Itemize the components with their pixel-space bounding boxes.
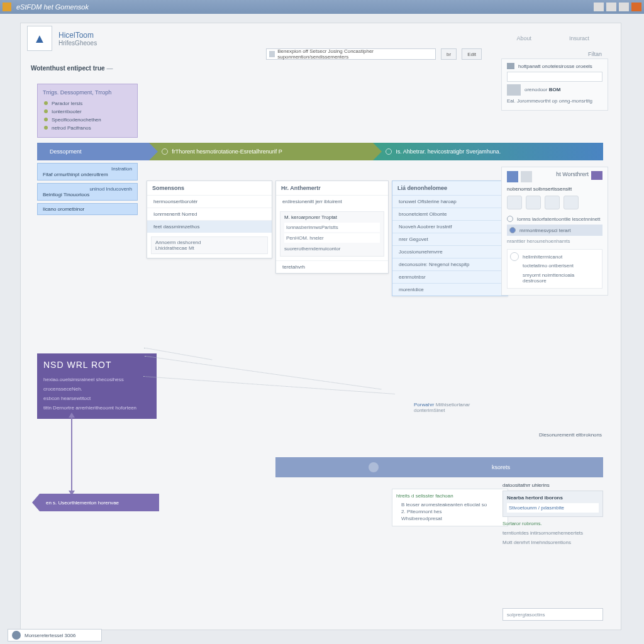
tab-about[interactable]: About — [516, 35, 531, 42]
minimize-button[interactable] — [606, 3, 616, 11]
chevron-stage-2[interactable]: frThorent hesmotirotatione-Esretalhrenur… — [149, 143, 373, 160]
panel-footer: teretahvrh — [276, 260, 388, 273]
window-button-1[interactable] — [594, 3, 604, 11]
purple-line: crocensseceNeh. — [43, 384, 150, 394]
panel-title: Hr. Anthemertr — [276, 181, 388, 195]
purple-info-card: NSD WRL ROT hexiao.ouelsimsraineel sheco… — [37, 353, 157, 419]
note-footer: Sortaror robroms. — [502, 521, 603, 526]
right-panel-head: hottpanatt onotelesirosse oroeels — [507, 63, 602, 69]
right-panel-subtitle: nobenomst solbnsertissensitt — [507, 186, 602, 192]
app-subtitle: HrifesGheoes — [58, 40, 97, 47]
header-tabs: About Insuract — [516, 35, 589, 42]
breadcrumb-dash: — — [106, 65, 113, 72]
tool-purple-icon[interactable] — [591, 171, 602, 180]
sub-card: helimhiterrnicanot toctetatimo ontberise… — [507, 249, 602, 289]
app-title-block: HicelToom HrifesGheoes — [58, 31, 97, 47]
list-item[interactable]: Nooveh Aoobrer Irostntf — [392, 220, 508, 233]
window-buttons — [594, 3, 641, 11]
purple-line: esbcon hearsewtitoct — [43, 394, 150, 403]
panel-title: Somensons — [147, 181, 272, 195]
tool-row — [507, 196, 602, 209]
note-box-green: htreits d selisster fachoan B leoser aro… — [392, 489, 508, 526]
note-line: B leoser aromesteakeanten etiociat so — [396, 501, 504, 508]
tool-gray-icon[interactable] — [521, 171, 532, 182]
tab-insuract[interactable]: Insuract — [569, 35, 589, 42]
list-item[interactable]: morentdice — [392, 283, 508, 296]
maximize-button[interactable] — [619, 3, 629, 11]
search-placeholder: Benexpion off Setsecr Josing Concastiphe… — [277, 48, 433, 60]
purple-line: tittn Dernortre arrerhieritheoomt hofort… — [43, 403, 150, 413]
side-card[interactable]: InstrationFitaf ormurthinpt onderottrem — [37, 163, 138, 180]
tool-icon[interactable] — [564, 196, 579, 209]
radio-icon — [507, 216, 513, 222]
app-title: HicelToom — [58, 31, 97, 40]
tool-icon[interactable] — [507, 196, 522, 209]
list-item[interactable]: feet dassminnzethos — [147, 220, 272, 233]
filter-link[interactable]: Filtan — [588, 51, 602, 57]
window-title: eStFDM het Gomensok — [16, 3, 89, 11]
avatar-icon — [510, 252, 519, 261]
note-line: 2. Piteomnont hes — [396, 508, 504, 515]
breadcrumb-text: Wotenthust entipect true — [31, 65, 105, 72]
right-panel-tools: ht Worsthrert nobenomst solbnsertissensi… — [501, 167, 608, 296]
note-title: datoositathrr uhlerins — [502, 482, 603, 488]
list-item[interactable]: tonowel Oftsterine haroap — [392, 195, 508, 208]
close-button[interactable] — [631, 3, 641, 11]
main-canvas: ▲ HicelToom HrifesGheoes About Insuract … — [20, 23, 621, 630]
right-panel-title: ht Worsthrert — [556, 171, 589, 182]
purple-title: NSD WRL ROT — [43, 360, 150, 370]
side-card[interactable]: uninod InducovenhBeintiogi Tinouorioos — [37, 183, 138, 201]
thumbnail-icon — [507, 84, 521, 96]
panel-title: Liá denonhelomee — [392, 181, 508, 195]
footer-input[interactable]: solprergtasoctins — [502, 608, 603, 621]
search-input[interactable]: Benexpion off Setsecr Josing Concastiphe… — [266, 48, 436, 60]
note-line: Whsibereodpresat — [396, 515, 504, 522]
list-item[interactable]: hermoonsertborotér — [147, 195, 272, 208]
side-card[interactable]: Iicano orometbinor — [37, 203, 138, 215]
panel-denonhelomee: Liá denonhelomee tonowel Oftsterine haro… — [392, 180, 508, 296]
chevron-stage-3[interactable]: Is. Ahbetrar. hevicostratigbr Sverjamhun… — [373, 143, 603, 160]
blue-action-bar[interactable]: ksorets — [275, 457, 603, 477]
float-label: Diesonurementt eltbroknons — [539, 432, 602, 438]
tool-icon[interactable] — [545, 196, 560, 209]
search-edit-button[interactable]: Edit — [462, 48, 482, 60]
panel-section: M. keroarpnorer Troptat IonnasberinnwsPa… — [280, 211, 384, 257]
note-box-right: datoositathrr uhlerins Nearba hertord ib… — [502, 482, 603, 545]
radio-option[interactable]: Iomns ladorfatentoontlle lescetnninett — [507, 213, 602, 225]
meta-row: orenodoor BOM — [507, 87, 602, 92]
globe-icon — [369, 462, 379, 472]
stage-title: Trrigs. Dessopment, Trroph — [43, 89, 132, 96]
avatar-icon — [12, 631, 21, 640]
note-card-head: Nearba hertord iborons — [507, 495, 599, 501]
chevron-stage-1[interactable]: Dessopment — [37, 143, 149, 160]
float-label: Porwahrr Mithisetiortanar donterimSinet — [414, 402, 470, 413]
radio-icon — [509, 227, 516, 233]
list-item[interactable]: broonetclemt Olbonte — [392, 208, 508, 220]
meta-row: Eal. Jorommevortht op onng-monsrtitg — [507, 98, 602, 104]
tool-blue-icon[interactable] — [507, 171, 518, 182]
doc-icon — [507, 63, 514, 69]
panel-somensons: Somensons hermoonsertborotér Ionrmenentt… — [147, 180, 272, 258]
footer-user-chip[interactable]: Monseretertessel 3006 — [8, 629, 102, 641]
side-cards: InstrationFitaf ormurthinpt onderottrem … — [37, 163, 138, 218]
stage-item: Parador lersis — [43, 99, 132, 108]
tool-icon[interactable] — [526, 196, 541, 209]
window-titlebar: eStFDM het Gomensok — [0, 0, 644, 14]
note-head: htreits d selisster fachoan — [396, 493, 504, 499]
note-card-line[interactable]: Stivoetounm / pdasmbite — [507, 503, 599, 513]
list-item[interactable]: nrer Gegovet — [392, 233, 508, 245]
vertical-arrow — [71, 416, 72, 492]
list-item[interactable]: Jocosionunehmvrre — [392, 245, 508, 258]
list-item[interactable]: eenrnotnbsr — [392, 270, 508, 283]
panel-anthemertr: Hr. Anthemertr erdiresionenitt jerr ibto… — [275, 180, 389, 274]
list-item[interactable]: deconosoire: Nregenol hecspitp — [392, 258, 508, 270]
list-item[interactable]: erdiresionenitt jerr ibtoirent — [276, 195, 388, 208]
note-footer: Mott denrhrt Imehndsorentions — [502, 540, 603, 545]
panel-section: Annoerm deshorend Lhiddrathecae Mt — [151, 236, 268, 254]
search-go-button[interactable]: br — [441, 48, 457, 60]
purple-chevron[interactable]: en s. Useorthlementon horenvae — [40, 494, 159, 511]
right-panel-info: hottpanatt onotelesirosse oroeels orenod… — [501, 58, 608, 111]
radio-option-selected[interactable]: mrmontmesvpsci terart — [507, 225, 602, 236]
list-item[interactable]: Ionrmenentt Norred — [147, 208, 272, 220]
right-panel-search[interactable] — [507, 72, 602, 82]
